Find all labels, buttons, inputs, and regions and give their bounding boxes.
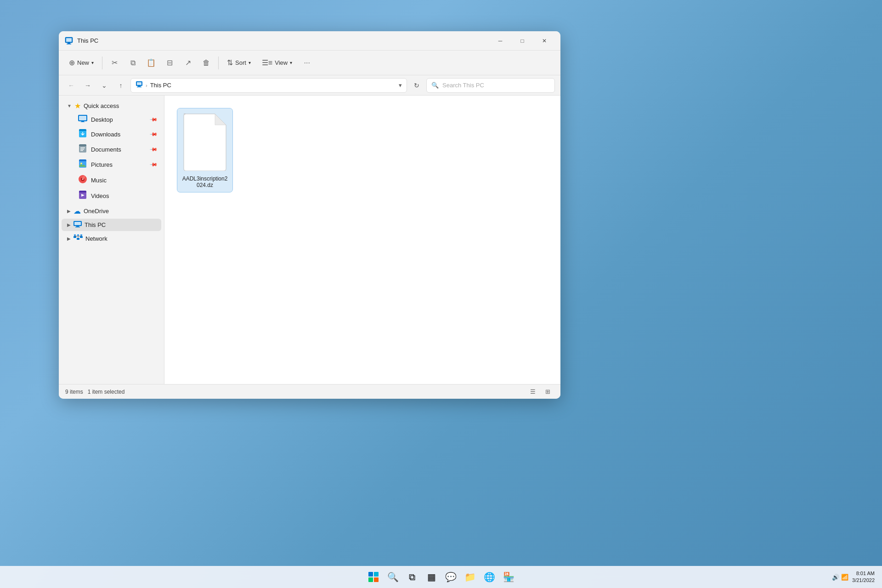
share-button[interactable]: ↗ [180, 55, 196, 71]
statusbar: 9 items 1 item selected ☰ ⊞ [59, 384, 560, 399]
sidebar-item-documents[interactable]: Documents 📌 [62, 142, 161, 157]
window-title: This PC [77, 37, 490, 44]
view-button[interactable]: ☰≡ View ▾ [257, 56, 297, 70]
sidebar-quick-access-header[interactable]: ▼ ★ Quick access [62, 99, 161, 113]
task-view-button[interactable]: ⧉ [404, 569, 420, 585]
rename-button[interactable]: ⊟ [161, 55, 178, 71]
sidebar-item-desktop[interactable]: Desktop 📌 [62, 113, 161, 127]
search-button[interactable]: 🔍 [384, 569, 401, 585]
up-button[interactable]: ↑ [114, 79, 128, 92]
file-name: AADL3inscription2024.dz [181, 175, 229, 188]
file-explorer-window: This PC ─ □ ✕ ⊕ New ▾ ✂ ⧉ 📋 ⊟ ↗ 🗑 ⇅ Sort… [59, 31, 560, 399]
sidebar-item-music[interactable]: Music [62, 172, 161, 188]
svg-rect-24 [77, 238, 79, 240]
new-icon: ⊕ [69, 58, 75, 67]
recent-button[interactable]: ⌄ [97, 79, 111, 92]
taskbar-clock[interactable]: 8:01 AM 3/21/2022 [852, 570, 875, 584]
breadcrumb-path: This PC [150, 82, 171, 89]
view-label: View [275, 59, 288, 66]
svg-rect-11 [80, 122, 85, 123]
downloads-label: Downloads [91, 131, 120, 138]
chevron-right-icon-onedrive: ▶ [67, 209, 71, 214]
sidebar-section-this-pc: ▶ This PC [59, 219, 164, 231]
this-pc-label: This PC [85, 221, 106, 228]
desktop-label: Desktop [91, 116, 113, 123]
videos-label: Videos [91, 192, 109, 199]
svg-rect-35 [374, 572, 379, 577]
network-icon [74, 234, 83, 243]
downloads-pin-icon: 📌 [149, 130, 158, 139]
back-button[interactable]: ← [64, 79, 78, 92]
svg-rect-25 [74, 236, 76, 238]
main-area: ▼ ★ Quick access Desktop 📌 [59, 96, 560, 384]
pictures-icon [78, 159, 87, 170]
more-button[interactable]: ··· [299, 55, 315, 71]
sidebar-this-pc-header[interactable]: ▶ This PC [62, 219, 161, 231]
svg-rect-6 [138, 86, 141, 87]
volume-icon[interactable]: 🔊 [832, 574, 839, 581]
edge-button[interactable]: 🌐 [481, 569, 498, 585]
start-button[interactable] [365, 569, 382, 585]
svg-rect-34 [368, 572, 373, 577]
quick-access-star-icon: ★ [74, 102, 81, 110]
sidebar-section-quick-access: ▼ ★ Quick access Desktop 📌 [59, 99, 164, 204]
refresh-button[interactable]: ↻ [410, 79, 424, 92]
taskbar-system-icons: 🔊 📶 [832, 574, 848, 581]
chevron-down-icon: ▼ [67, 103, 72, 108]
sidebar-item-downloads[interactable]: Downloads 📌 [62, 127, 161, 142]
svg-rect-7 [137, 87, 141, 88]
pictures-label: Pictures [91, 161, 113, 168]
maximize-button[interactable]: □ [512, 34, 533, 48]
grid-view-button[interactable]: ⊞ [541, 386, 554, 397]
close-button[interactable]: ✕ [534, 34, 555, 48]
widgets-button[interactable]: ▦ [423, 569, 440, 585]
sidebar-item-pictures[interactable]: Pictures 📌 [62, 157, 161, 172]
items-count: 9 items [65, 389, 83, 395]
forward-button[interactable]: → [81, 79, 95, 92]
breadcrumb-separator: › [146, 83, 147, 88]
window-controls: ─ □ ✕ [490, 34, 555, 48]
svg-rect-23 [75, 227, 80, 228]
sidebar-item-videos[interactable]: Videos [62, 188, 161, 204]
new-button[interactable]: ⊕ New ▾ [64, 56, 98, 70]
file-item-aadl[interactable]: AADL3inscription2024.dz [177, 108, 232, 192]
new-dropdown-icon: ▾ [91, 60, 94, 65]
delete-button[interactable]: 🗑 [198, 55, 215, 71]
music-label: Music [91, 177, 107, 184]
this-pc-icon [74, 221, 82, 229]
music-icon [78, 175, 87, 186]
window-icon [64, 36, 74, 45]
paste-button[interactable]: 📋 [143, 55, 159, 71]
svg-rect-14 [80, 150, 83, 151]
taskbar: 🔍 ⧉ ▦ 💬 📁 🌐 🏪 🔊 📶 8:01 AM 3/21/2022 [0, 566, 882, 588]
copy-button[interactable]: ⧉ [124, 55, 141, 71]
list-view-button[interactable]: ☰ [526, 386, 539, 397]
toolbar-divider-2 [218, 57, 219, 69]
breadcrumb-pc-icon [136, 81, 143, 90]
breadcrumb-dropdown-icon[interactable]: ▾ [399, 82, 402, 89]
onedrive-icon: ☁ [74, 207, 81, 215]
selected-count: 1 item selected [88, 389, 125, 395]
store-button[interactable]: 🏪 [500, 569, 517, 585]
chevron-right-icon-network: ▶ [67, 236, 71, 241]
svg-rect-2 [68, 43, 70, 44]
clock-time: 8:01 AM [852, 570, 875, 577]
minimize-button[interactable]: ─ [490, 34, 511, 48]
svg-rect-12 [80, 147, 85, 148]
sidebar-onedrive-header[interactable]: ▶ ☁ OneDrive [62, 204, 161, 218]
desktop-icon [78, 115, 87, 124]
network-status-icon[interactable]: 📶 [841, 574, 848, 581]
chat-button[interactable]: 💬 [442, 569, 459, 585]
sidebar-section-onedrive: ▶ ☁ OneDrive [59, 204, 164, 218]
network-label: Network [85, 235, 107, 242]
chevron-right-icon-thispc: ▶ [67, 222, 71, 227]
documents-pin-icon: 📌 [149, 145, 158, 154]
breadcrumb-bar[interactable]: › This PC ▾ [130, 78, 407, 93]
svg-rect-21 [74, 222, 81, 225]
file-explorer-taskbar[interactable]: 📁 [462, 569, 478, 585]
downloads-icon [78, 129, 87, 140]
sidebar-network-header[interactable]: ▶ [62, 232, 161, 245]
search-bar[interactable]: 🔍 Search This PC [426, 78, 555, 93]
cut-button[interactable]: ✂ [106, 55, 123, 71]
sort-button[interactable]: ⇅ Sort ▾ [222, 56, 255, 70]
